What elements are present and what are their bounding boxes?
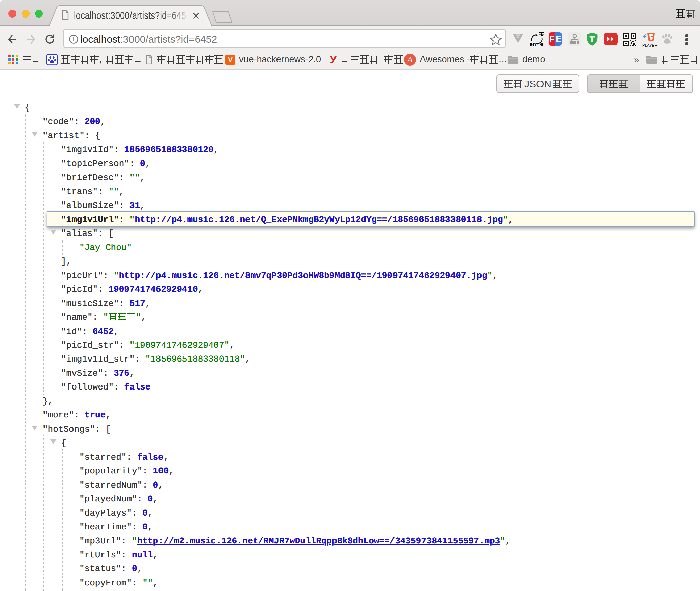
svg-text:PLAYER: PLAYER bbox=[642, 43, 658, 48]
svg-text:en: en bbox=[530, 41, 536, 47]
